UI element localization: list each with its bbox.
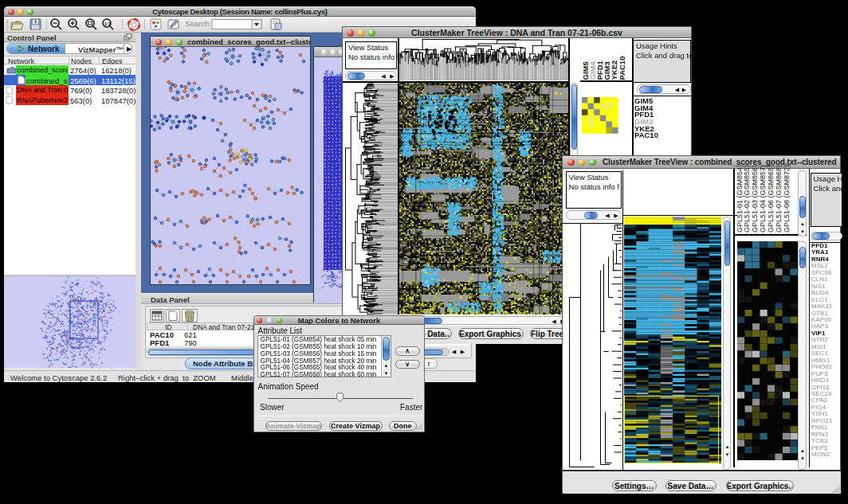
svg-text:1:1: 1:1 xyxy=(104,21,111,26)
svg-text:Search:: Search: xyxy=(185,19,211,28)
